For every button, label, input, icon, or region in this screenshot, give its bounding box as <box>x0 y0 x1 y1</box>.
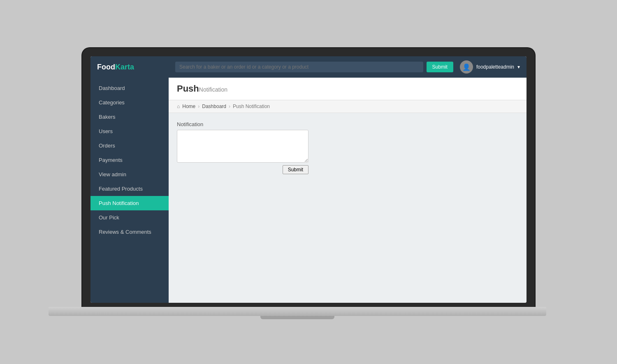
sidebar-item-users[interactable]: Users <box>90 124 169 138</box>
breadcrumb-current: Push Notification <box>233 104 270 109</box>
sidebar-item-reviews-comments[interactable]: Reviews & Comments <box>90 225 169 239</box>
logo-colored: Karta <box>115 63 134 71</box>
notification-label: Notification <box>177 121 518 127</box>
breadcrumb-home[interactable]: Home <box>182 104 195 109</box>
page-title-sub: Notification <box>199 86 227 93</box>
sidebar-item-view-admin[interactable]: View admin <box>90 167 169 182</box>
sidebar: Dashboard Categories Bakers Users Orders… <box>90 78 169 303</box>
main-content: PushNotification ⌂ Home › Dashboard › Pu… <box>169 78 527 303</box>
notification-textarea[interactable] <box>177 130 308 163</box>
breadcrumb: ⌂ Home › Dashboard › Push Notification <box>169 100 527 113</box>
home-icon: ⌂ <box>177 104 180 109</box>
logo: FoodKarta <box>97 63 175 71</box>
sidebar-item-bakers[interactable]: Bakers <box>90 110 169 124</box>
laptop-base <box>49 307 546 316</box>
breadcrumb-sep-2: › <box>229 104 230 109</box>
header: FoodKarta Submit 👤 foodpaletteadmin ▾ <box>90 56 527 78</box>
breadcrumb-dashboard[interactable]: Dashboard <box>202 104 226 109</box>
dropdown-icon: ▾ <box>517 64 520 70</box>
search-input[interactable] <box>175 62 423 72</box>
sidebar-item-dashboard[interactable]: Dashboard <box>90 81 169 95</box>
logo-bold: Food <box>97 63 115 71</box>
content-area: Notification Submit <box>169 113 527 303</box>
avatar: 👤 <box>460 60 473 74</box>
sidebar-item-categories[interactable]: Categories <box>90 95 169 110</box>
body-area: Dashboard Categories Bakers Users Orders… <box>90 78 527 303</box>
page-header: PushNotification <box>169 78 527 100</box>
sidebar-item-orders[interactable]: Orders <box>90 138 169 153</box>
search-bar: Submit <box>175 62 453 72</box>
notification-submit-button[interactable]: Submit <box>283 165 308 174</box>
user-name: foodpaletteadmin <box>476 64 514 70</box>
user-area[interactable]: 👤 foodpaletteadmin ▾ <box>460 60 520 74</box>
breadcrumb-sep-1: › <box>198 104 199 109</box>
page-title: PushNotification <box>177 83 518 94</box>
sidebar-item-featured-products[interactable]: Featured Products <box>90 182 169 196</box>
search-submit-button[interactable]: Submit <box>427 62 453 72</box>
sidebar-item-our-pick[interactable]: Our Pick <box>90 210 169 225</box>
sidebar-item-push-notification[interactable]: Push Notification <box>90 196 169 210</box>
page-title-bold: Push <box>177 83 199 94</box>
sidebar-item-payments[interactable]: Payments <box>90 153 169 167</box>
